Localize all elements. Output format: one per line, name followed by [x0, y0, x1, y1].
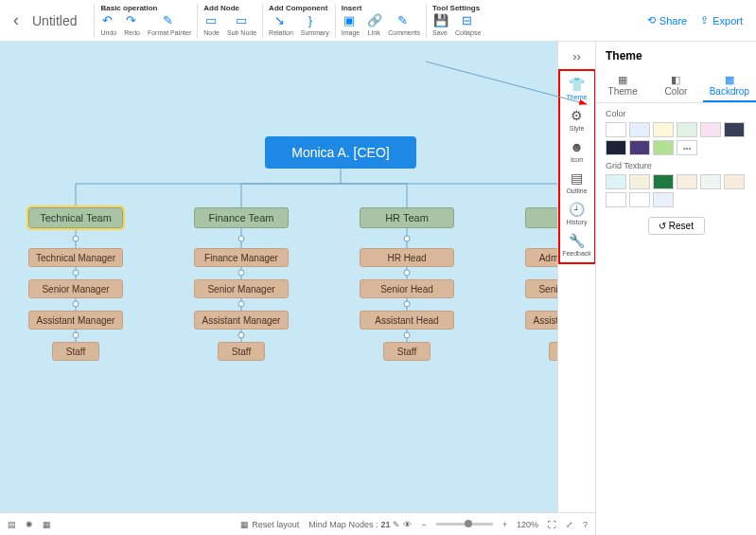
- svg-point-12: [73, 270, 79, 276]
- svg-point-10: [73, 236, 79, 241]
- root-node[interactable]: Monica A. [CEO]: [265, 136, 416, 169]
- manager-node[interactable]: Assistant Head: [360, 311, 454, 330]
- icon-menu-icon: ☻: [570, 139, 584, 154]
- manager-node[interactable]: Technical Manager: [28, 248, 123, 267]
- export-button[interactable]: ⇪Export: [700, 14, 743, 27]
- back-button[interactable]: ‹: [6, 10, 26, 30]
- layers-icon[interactable]: ▤: [8, 520, 16, 529]
- document-title[interactable]: Untitled: [32, 13, 77, 28]
- comments-button[interactable]: ✎Comments: [388, 14, 420, 36]
- zoom-slider[interactable]: [436, 523, 493, 526]
- color-swatch-3[interactable]: [677, 122, 697, 137]
- reset-layout-button[interactable]: ▦Reset layout: [240, 520, 299, 529]
- svg-point-32: [404, 332, 410, 338]
- share-icon: ⟲: [647, 14, 656, 27]
- color-swatch-8[interactable]: [653, 140, 674, 155]
- texture-swatch-3[interactable]: [677, 174, 697, 189]
- color-swatch-2[interactable]: [653, 122, 674, 137]
- svg-point-26: [404, 236, 410, 241]
- undo-icon: ↶: [102, 14, 115, 27]
- link-button[interactable]: 🔗Link: [367, 14, 380, 36]
- color-swatch-1[interactable]: [629, 122, 650, 137]
- color-section-title: Color: [596, 103, 756, 122]
- team-node[interactable]: Technical Team: [28, 207, 123, 228]
- redo-button[interactable]: ↷Redo: [124, 14, 140, 36]
- manager-node[interactable]: Assistant Manager: [28, 311, 123, 330]
- format-painter-button[interactable]: ✎Format Painter: [148, 14, 191, 36]
- node-icon: ▭: [205, 14, 219, 27]
- texture-section-title: Grid Texture: [596, 155, 756, 174]
- collapse-panel-button[interactable]: ››: [569, 45, 585, 67]
- manager-node[interactable]: Senior Manager: [194, 279, 289, 298]
- texture-swatch-4[interactable]: [700, 174, 721, 189]
- zoom-level: 120%: [517, 520, 538, 529]
- node-button[interactable]: ▭Node: [203, 14, 220, 36]
- theme-panel: Theme ▦Theme◧Color▩Backdrop Color ••• Gr…: [595, 42, 756, 535]
- strip-history[interactable]: 🕘History: [560, 198, 594, 229]
- format-painter-icon: ✎: [163, 14, 176, 27]
- relation-icon: ↘: [274, 14, 288, 27]
- color-swatch-0[interactable]: [606, 122, 626, 137]
- svg-point-28: [404, 270, 410, 276]
- sub-node-button[interactable]: ▭Sub Node: [227, 14, 256, 36]
- texture-swatch-0[interactable]: [606, 174, 626, 189]
- save-button[interactable]: 💾Save: [432, 14, 448, 36]
- strip-style[interactable]: ⚙Style: [560, 104, 594, 135]
- svg-point-14: [73, 301, 79, 307]
- undo-button[interactable]: ↶Undo: [100, 14, 116, 36]
- strip-icon-menu[interactable]: ☻Icon: [560, 135, 594, 167]
- strip-feedback[interactable]: 🔧Feedback: [560, 229, 594, 260]
- staff-node[interactable]: Staff: [52, 342, 99, 361]
- collapse-button[interactable]: ⊟Collapse: [455, 14, 481, 36]
- zoom-out-button[interactable]: −: [421, 520, 426, 529]
- presentation-icon[interactable]: ✺: [26, 520, 33, 529]
- node-count: Mind Map Nodes : 21 ✎ 👁: [308, 520, 412, 529]
- svg-point-16: [73, 332, 79, 338]
- team-node[interactable]: HR Team: [360, 207, 454, 228]
- reset-button[interactable]: ↺ Reset: [648, 217, 705, 235]
- manager-node[interactable]: HR Head: [360, 248, 454, 267]
- fullscreen-icon[interactable]: ⤢: [566, 520, 573, 529]
- more-colors-button[interactable]: •••: [677, 140, 697, 155]
- texture-swatch-1[interactable]: [629, 174, 650, 189]
- theme-tab[interactable]: ▦Theme: [596, 70, 649, 102]
- zoom-in-button[interactable]: +: [502, 520, 507, 529]
- relation-button[interactable]: ↘Relation: [269, 14, 293, 36]
- summary-button[interactable]: }Summary: [301, 14, 329, 36]
- help-icon[interactable]: ?: [583, 520, 588, 529]
- toolbar: ‹ Untitled Basic operation↶Undo↷Redo✎For…: [0, 0, 756, 42]
- staff-node[interactable]: Staff: [383, 342, 431, 361]
- color-swatch-4[interactable]: [700, 122, 721, 137]
- color-swatch-7[interactable]: [629, 140, 650, 155]
- color-swatch-6[interactable]: [606, 140, 626, 155]
- strip-outline[interactable]: ▤Outline: [560, 167, 594, 198]
- team-node[interactable]: Finance Team: [194, 207, 289, 228]
- outline-icon: ▤: [571, 170, 583, 186]
- color-tab[interactable]: ◧Color: [649, 70, 702, 102]
- staff-node[interactable]: Staff: [218, 342, 265, 361]
- texture-swatch-8[interactable]: [653, 192, 674, 207]
- manager-node[interactable]: Assistant Manager: [194, 311, 289, 330]
- strip-theme[interactable]: 👕Theme: [560, 73, 594, 104]
- side-strip: ›› 👕Theme⚙Style☻Icon▤Outline🕘History🔧Fee…: [557, 42, 595, 512]
- comments-icon: ✎: [397, 14, 411, 27]
- backdrop-tab[interactable]: ▩Backdrop: [703, 70, 756, 102]
- texture-swatch-7[interactable]: [629, 192, 650, 207]
- feedback-icon: 🔧: [569, 233, 585, 248]
- texture-swatch-5[interactable]: [724, 174, 745, 189]
- svg-point-30: [404, 301, 410, 307]
- link-icon: 🔗: [367, 14, 380, 27]
- mindmap-canvas[interactable]: Monica A. [CEO] Technical TeamTechnical …: [0, 42, 595, 512]
- status-bar: ▤ ✺ ▦ ▦Reset layout Mind Map Nodes : 21 …: [0, 512, 595, 535]
- image-button[interactable]: ▣Image: [342, 14, 360, 36]
- texture-swatch-6[interactable]: [606, 192, 626, 207]
- manager-node[interactable]: Finance Manager: [194, 248, 289, 267]
- share-button[interactable]: ⟲Share: [647, 14, 687, 27]
- color-swatch-5[interactable]: [724, 122, 745, 137]
- panel-title: Theme: [596, 42, 756, 70]
- grid-icon[interactable]: ▦: [43, 520, 51, 529]
- texture-swatch-2[interactable]: [653, 174, 674, 189]
- manager-node[interactable]: Senior Head: [360, 279, 454, 298]
- fit-icon[interactable]: ⛶: [548, 520, 556, 529]
- manager-node[interactable]: Senior Manager: [28, 279, 123, 298]
